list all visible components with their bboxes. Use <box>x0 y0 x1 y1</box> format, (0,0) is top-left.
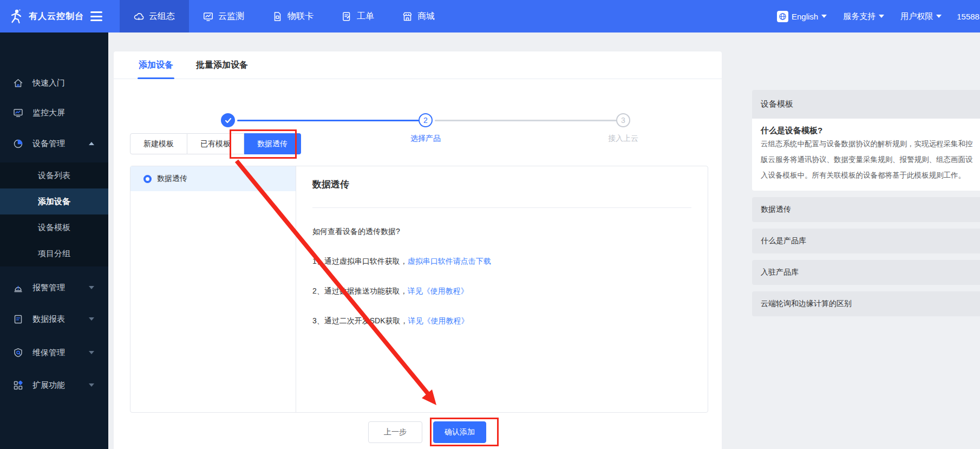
tab-add-device[interactable]: 添加设备 <box>139 51 173 79</box>
topnav-label: 商城 <box>417 11 435 22</box>
step-1-circle <box>221 113 235 127</box>
work-order-icon <box>342 11 352 22</box>
service-support-menu[interactable]: 服务支持 <box>838 11 890 22</box>
step-line-2 <box>435 120 618 121</box>
detail-item-text: 2、通过数据推送功能获取， <box>312 287 408 295</box>
tab-label: 批量添加设备 <box>196 60 248 71</box>
tab-batch-add-device[interactable]: 批量添加设备 <box>196 51 248 79</box>
download-virtual-serial-link[interactable]: 虚拟串口软件请点击下载 <box>408 257 491 265</box>
topnav-item-work-order[interactable]: 工单 <box>328 0 388 32</box>
help-paragraph-line: 云组态系统中配置与设备数据协议的解析规则，实现远程采集和控 <box>761 136 980 152</box>
topnav-item-cloud-scada[interactable]: 云组态 <box>120 0 189 32</box>
language-selector[interactable]: English <box>772 11 832 22</box>
template-tab-new-template[interactable]: 新建模板 <box>130 133 187 154</box>
cloud-icon <box>134 11 144 22</box>
confirm-add-button[interactable]: 确认添加 <box>433 421 486 443</box>
panel-detail: 数据透传 如何查看设备的透传数据? 1、通过虚拟串口软件获取，虚拟串口软件请点击… <box>296 166 708 412</box>
sidebar-item-maintenance-management[interactable]: 维保管理 <box>0 337 108 368</box>
divider <box>312 207 691 208</box>
topnav-label: 云组态 <box>149 11 175 22</box>
topnav-label: 物联卡 <box>288 11 313 22</box>
help-item-data-passthrough[interactable]: 数据透传 <box>752 197 980 222</box>
chevron-down-icon <box>89 317 94 321</box>
brand: 有人云控制台 <box>0 0 108 32</box>
alarm-icon <box>13 283 23 293</box>
previous-step-button[interactable]: 上一步 <box>368 421 422 443</box>
step-number: 2 <box>423 116 428 125</box>
sim-card-icon <box>272 11 283 22</box>
chevron-down-icon <box>821 15 827 18</box>
template-tab-data-passthrough[interactable]: 数据透传 <box>244 133 301 154</box>
sidebar-item-extended-functions[interactable]: 扩展功能 <box>0 370 108 400</box>
home-icon <box>13 78 23 88</box>
sidebar-item-add-device[interactable]: 添加设备 <box>0 188 108 214</box>
sidebar-submenu-device-management: 设备列表 添加设备 设备模板 项目分组 <box>0 162 108 266</box>
help-item-join-product-library[interactable]: 入驻产品库 <box>752 260 980 285</box>
step-line-1 <box>237 120 420 121</box>
monitor-chart-icon <box>203 11 213 22</box>
detail-item-text: 1、通过虚拟串口软件获取， <box>312 257 408 265</box>
sidebar-item-label: 维保管理 <box>32 348 65 358</box>
data-passthrough-panel: 数据透传 数据透传 如何查看设备的透传数据? 1、通过虚拟串口软件获取，虚拟串口… <box>130 166 708 413</box>
sidebar-item-label: 数据报表 <box>32 314 65 324</box>
screen-icon <box>13 108 23 118</box>
topbar: 有人云控制台 云组态 云监测 <box>0 0 980 32</box>
help-body: 什么是设备模板? 云组态系统中配置与设备数据协议的解析规则，实现远程采集和控 版… <box>752 119 980 191</box>
sidebar-item-monitor-screen[interactable]: 监控大屏 <box>0 97 108 128</box>
language-label: English <box>792 12 818 21</box>
sidebar-item-label: 扩展功能 <box>32 380 65 391</box>
topnav-item-cloud-monitor[interactable]: 云监测 <box>189 0 258 32</box>
detail-item: 3、通过二次开发SDK获取，详见《使用教程》 <box>312 316 691 326</box>
detail-question: 如何查看设备的透传数据? <box>312 227 691 237</box>
sidebar-subitem-label: 项目分组 <box>38 249 70 259</box>
topnav-item-mall[interactable]: 商城 <box>388 0 449 32</box>
chevron-down-icon <box>89 351 94 354</box>
step-number: 3 <box>621 116 625 125</box>
detail-title: 数据透传 <box>312 178 691 191</box>
detail-item-text: 3、通过二次开发SDK获取， <box>312 316 408 325</box>
topnav-item-iot-sim[interactable]: 物联卡 <box>258 0 328 32</box>
check-icon <box>224 116 232 125</box>
topnav: 云组态 云监测 物联卡 <box>120 0 449 32</box>
sidebar-item-quick-start[interactable]: 快速入门 <box>0 68 108 98</box>
sidebar-item-label: 设备管理 <box>32 139 65 149</box>
sidebar: 快速入门 监控大屏 设备管理 设备列表 添加设备 <box>0 32 108 449</box>
user-permission-menu[interactable]: 用户权限 <box>895 11 947 22</box>
help-question-title: 什么是设备模板? <box>761 126 980 136</box>
step-2-circle: 2 <box>419 113 433 127</box>
detail-item: 2、通过数据推送功能获取，详见《使用教程》 <box>312 287 691 296</box>
sidebar-item-device-management[interactable]: 设备管理 <box>0 128 108 159</box>
step-3-circle: 3 <box>616 113 630 127</box>
template-type-tabs: 新建模板 已有模板 数据透传 <box>130 133 301 154</box>
help-item-what-is-product-library[interactable]: 什么是产品库 <box>752 229 980 253</box>
sidebar-item-device-list[interactable]: 设备列表 <box>0 162 108 188</box>
sidebar-item-label: 快速入门 <box>32 78 65 88</box>
tutorial-link-sdk[interactable]: 详见《使用教程》 <box>408 316 469 325</box>
help-paragraph-line: 入设备模板中。所有关联模板的设备都将基于此模板规则工作。 <box>761 167 980 183</box>
hamburger-icon[interactable] <box>90 11 102 21</box>
detail-item: 1、通过虚拟串口软件获取，虚拟串口软件请点击下载 <box>312 257 691 266</box>
chevron-up-icon <box>89 142 94 145</box>
panel-option-list: 数据透传 <box>130 166 296 412</box>
template-tab-label: 新建模板 <box>143 139 174 149</box>
add-device-card: 添加设备 批量添加设备 2 3 基本信息 选择产品 接入上云 新建模板 已有模板 <box>114 51 722 449</box>
sidebar-item-project-group[interactable]: 项目分组 <box>0 240 108 266</box>
sidebar-item-alarm-management[interactable]: 报警管理 <box>0 272 108 303</box>
user-permission-label: 用户权限 <box>900 11 933 22</box>
topbar-right: English 服务支持 用户权限 1558883611 <box>772 0 980 32</box>
sidebar-subitem-label: 设备列表 <box>38 171 70 181</box>
chevron-down-icon <box>89 383 94 387</box>
help-item-cloud-polling-vs-edge[interactable]: 云端轮询和边缘计算的区别 <box>752 291 980 316</box>
template-tab-existing-template[interactable]: 已有模板 <box>187 133 244 154</box>
person-logo-icon <box>8 8 24 24</box>
account-phone[interactable]: 1558883611 <box>952 12 980 21</box>
store-icon <box>402 11 413 22</box>
screen: 有人云控制台 云组态 云监测 <box>0 0 980 449</box>
option-data-passthrough[interactable]: 数据透传 <box>130 166 296 191</box>
tutorial-link-data-push[interactable]: 详见《使用教程》 <box>408 287 468 295</box>
sidebar-item-device-template[interactable]: 设备模板 <box>0 214 108 240</box>
radio-selected-icon[interactable] <box>143 175 152 183</box>
sidebar-item-data-report[interactable]: 数据报表 <box>0 304 108 334</box>
help-paragraph-line: 版云服务将通讯协议、数据变量采集规则、报警规则、组态画面设 <box>761 152 980 167</box>
template-tab-label: 数据透传 <box>257 139 288 149</box>
